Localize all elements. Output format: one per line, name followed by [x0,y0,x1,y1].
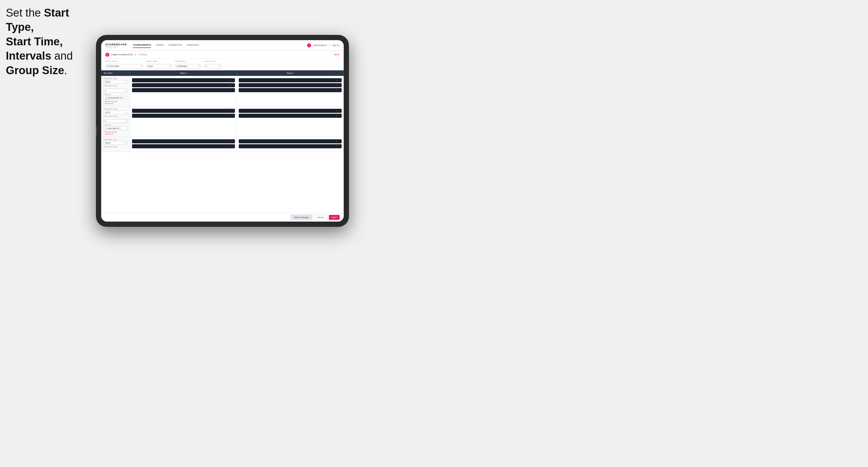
intervals-select-wrapper[interactable]: 10 Minutes [175,63,201,68]
starting-time-input-2[interactable]: ⏱ [103,111,128,114]
player-slot-1-1: ✕ ⋯ [132,78,235,82]
nav-item-rankings[interactable]: RANKINGS [187,42,199,48]
user-email: blair@clippd.io [313,44,327,46]
start-time-select-wrapper[interactable]: 10:00 [146,63,172,68]
col-team1: Team 1 [130,70,237,76]
course-remove-2[interactable]: × [120,127,122,129]
group-size-label: Group Size [204,61,222,62]
group-size-select-wrapper[interactable]: 3 [204,63,222,68]
slot-dots-4-1[interactable]: ⋯ [339,110,341,112]
slot-x-1-2[interactable]: ✕ [229,84,231,86]
slot-dots-5-2[interactable]: ⋯ [232,145,234,148]
player-slot-4-2: ✕⋯ [239,114,342,118]
slot-x-1-3[interactable]: ✕ [181,89,182,91]
action-links-2: ○ Remove Group + Add Group [103,131,128,135]
start-type-select[interactable]: 1st Tee Start [105,64,143,68]
slot-dots-3-1[interactable]: ⋯ [232,110,234,112]
starting-time-input-1[interactable]: ⏱ [103,80,128,84]
group-size-select[interactable]: 3 [204,64,222,68]
player-slot-3-1: ✕⋯ [132,109,235,113]
time-input-3[interactable] [105,142,124,144]
slot-x-2-1[interactable]: ✕ [336,79,338,82]
intervals-label: Intervals [175,61,201,62]
footer: Reset Changes Cancel Save [101,213,344,222]
hole-select-1[interactable]: 1 [103,89,128,92]
slot-x-4-2[interactable]: ✕ [336,115,338,117]
back-button[interactable]: ‹ Back [333,53,340,56]
logo-area: SCOREBOARD Powered by clipp.d [105,43,127,48]
slot-dots-2-3[interactable]: ⋯ [339,89,341,91]
slot-dots-1-1[interactable]: ⋯ [232,79,234,82]
user-avatar: b [307,43,311,48]
cancel-button[interactable]: Cancel [314,215,327,220]
slot-dots-1-3[interactable]: ⋯ [183,89,185,91]
slot-dots-2-1[interactable]: ⋯ [339,79,341,82]
time-input-1[interactable] [105,81,124,83]
slot-x-6-2[interactable]: ✕ [336,145,338,148]
slot-dots-1-2[interactable]: ⋯ [232,84,234,86]
slot-dots-5-1[interactable]: ⋯ [232,140,234,143]
starting-time-input-3[interactable]: ⏱ [103,141,128,145]
team2-cell-2: ✕⋯ ✕⋯ [237,106,344,137]
save-button[interactable]: Save [329,215,340,220]
slot-dots-6-2[interactable]: ⋯ [339,145,341,148]
slot-x-4-1[interactable]: ✕ [336,110,338,112]
slot-x-2-2[interactable]: ✕ [336,84,338,86]
group-size-group: Group Size 3 [204,61,222,68]
nav-item-tournaments[interactable]: TOURNAMENTS [133,42,151,48]
slot-x-5-1[interactable]: ✕ [229,140,231,143]
nav-item-committee[interactable]: COMMITTEE [168,42,182,48]
hole-select-2[interactable]: 1 [103,119,128,123]
start-time-group: Start Time 10:00 [146,61,172,68]
player-slot-1-2: ✕ ⋯ [132,83,235,87]
action-links-1: ○ Remove Group + Add Group [103,101,128,104]
slot-x-3-2[interactable]: ✕ [229,115,231,117]
sub-header-separator: › [137,53,138,56]
slot-dots-3-2[interactable]: ⋯ [232,115,234,117]
remove-group-1[interactable]: ○ Remove Group [103,101,128,102]
top-navigation: SCOREBOARD Powered by clipp.d TOURNAMENT… [101,40,344,51]
starting-time-label-3: STARTING TIME: [103,139,128,141]
sub-header: C Clippd Invitational (M…) › Hosting ‹ B… [101,51,344,59]
sign-out-link[interactable]: Sign out [332,44,340,46]
slot-actions-2-2: ✕ ⋯ [336,84,341,86]
remove-group-2[interactable]: ○ Remove Group [103,131,128,133]
tee-time-cell-1: STARTING TIME: ⏱ STARTING HOLE: 1 COURSE… [101,76,130,106]
slot-x-5-2[interactable]: ✕ [229,145,231,148]
tablet-frame: SCOREBOARD Powered by clipp.d TOURNAMENT… [96,35,349,227]
start-time-select[interactable]: 10:00 [146,64,172,68]
clock-icon-1: ⏱ [124,81,126,83]
intervals-select[interactable]: 10 Minutes [175,64,201,68]
slot-dots-6-1[interactable]: ⋯ [339,140,341,143]
course-icon-2: 🏌 [105,127,107,129]
time-input-2[interactable] [105,112,124,114]
nav-item-teams[interactable]: TEAMS [156,42,164,48]
group-row-1: STARTING TIME: ⏱ STARTING HOLE: 1 COURSE… [101,76,344,106]
slot-x-6-1[interactable]: ✕ [336,140,338,143]
start-type-select-wrapper[interactable]: 1st Tee Start [105,63,143,68]
tee-time-cell-2: STARTING TIME: ⏱ STARTING HOLE: 1 COURSE… [101,106,130,137]
slot-actions-2-1: ✕ ⋯ [336,79,341,82]
slot-actions-2-3: ✕ ⋯ [336,89,341,91]
intervals-group: Intervals 10 Minutes [175,61,201,68]
nav-separator: | [329,44,330,46]
player-slot-2-3: ✕ ⋯ [239,88,342,92]
course-remove-1[interactable]: × [124,97,125,99]
hole-select-wrap-1[interactable]: 1 [103,87,128,94]
slot-x-1-1[interactable]: ✕ [229,79,231,82]
start-type-label: Start Type [105,61,143,62]
reset-changes-button[interactable]: Reset Changes [291,215,312,220]
logo-text: SCOREBOARD [105,43,127,46]
slot-dots-2-2[interactable]: ⋯ [339,84,341,86]
settings-row: Start Type 1st Tee Start Start Time 10:0… [101,59,344,70]
course-tag-2: 🏌 East Lake GC × [103,126,128,130]
player-slot-1-3: ✕ ⋯ [132,88,235,92]
add-group-2[interactable]: + Add Group [103,133,128,135]
slot-x-3-1[interactable]: ✕ [229,110,231,112]
starting-hole-label-1: STARTING HOLE: [103,85,128,87]
slot-dots-4-2[interactable]: ⋯ [339,115,341,117]
slot-x-2-3[interactable]: ✕ [336,89,338,91]
add-group-1[interactable]: + Add Group [103,103,128,104]
tablet-side-button [96,126,97,135]
hole-select-wrap-2[interactable]: 1 [103,118,128,124]
